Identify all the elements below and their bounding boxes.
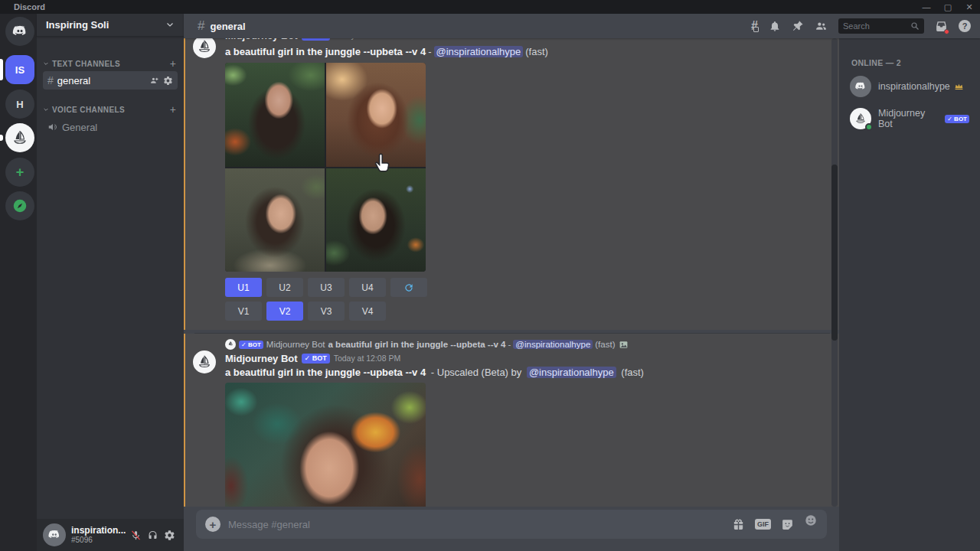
sticker-picker-icon[interactable] [781, 518, 794, 531]
v4-button[interactable]: V4 [349, 302, 386, 321]
grid-image-1[interactable] [225, 63, 325, 167]
bot-badge: ✓ BOT [302, 354, 330, 364]
upscaled-image[interactable] [225, 383, 426, 520]
voice-channels-label: VOICE CHANNELS [52, 106, 170, 114]
voice-channel-label: General [62, 122, 173, 133]
channel-settings-gear-icon[interactable] [163, 76, 173, 86]
upscaled-by-label: - Upscaled (Beta) by [431, 367, 522, 378]
message-header: Midjourney Bot ✓ BOT Today at 12:08 PM [225, 352, 827, 364]
gif-picker-icon[interactable]: GIF [755, 519, 771, 530]
emoji-picker-icon[interactable] [804, 514, 818, 527]
server-icon-inspiring-soli[interactable]: IS [5, 55, 34, 84]
discord-logo-icon [854, 80, 867, 93]
author-name[interactable]: Midjourney Bot [225, 38, 298, 41]
member-list-toggle-icon[interactable] [815, 20, 828, 33]
message-content: a beautiful girl in the junggle --upbeta… [225, 367, 827, 379]
user-settings-gear-icon[interactable] [161, 525, 178, 545]
u2-button[interactable]: U2 [266, 278, 303, 297]
message-header: Midjourney Bot ✓ BOT Today at 12:08 PM [225, 38, 827, 41]
author-name[interactable]: Midjourney Bot [225, 353, 298, 364]
gift-icon[interactable] [732, 518, 745, 531]
threads-icon[interactable]: # [751, 21, 758, 31]
fast-mode-label: (fast) [621, 367, 644, 378]
mention-pill[interactable]: @inspirationalhype [434, 46, 524, 57]
inbox-icon[interactable] [935, 20, 948, 33]
online-count-header: ONLINE — 2 [851, 58, 980, 67]
app-title: Discord [14, 2, 45, 11]
server-name: Inspiring Soli [46, 19, 165, 31]
pinned-messages-icon[interactable] [792, 20, 804, 32]
search-box[interactable] [838, 18, 924, 34]
close-button[interactable]: ✕ [959, 0, 980, 14]
search-input[interactable] [843, 21, 910, 31]
text-channels-section[interactable]: TEXT CHANNELS + [37, 57, 184, 70]
discord-logo-icon [47, 528, 61, 542]
mute-microphone-button[interactable] [127, 525, 144, 545]
member-row-inspirationalhype[interactable]: inspirationalhype [845, 73, 974, 99]
user-avatar[interactable] [43, 523, 66, 546]
maximize-button[interactable]: ▢ [937, 0, 959, 14]
server-header[interactable]: Inspiring Soli [37, 14, 184, 37]
reply-preview: a beautiful girl in the junggle --upbeta… [328, 340, 506, 349]
grid-image-2[interactable] [326, 63, 426, 167]
chevron-down-icon [165, 18, 175, 32]
mention-pill[interactable]: @inspirationalhype [513, 340, 593, 349]
timestamp: Today at 12:08 PM [334, 354, 401, 363]
u1-button[interactable]: U1 [225, 278, 262, 297]
voice-channels-section[interactable]: VOICE CHANNELS + [37, 103, 184, 116]
invite-people-icon[interactable] [149, 76, 159, 86]
create-voice-channel-button[interactable]: + [170, 103, 176, 116]
explore-servers-button[interactable] [5, 191, 34, 220]
grid-image-4[interactable] [326, 168, 426, 272]
user-meta[interactable]: inspiration... #5096 [71, 526, 127, 545]
grid-image-3[interactable] [225, 168, 325, 272]
help-icon[interactable]: ? [959, 20, 971, 32]
midjourney-bot-avatar[interactable] [193, 350, 216, 373]
sailboat-icon [11, 129, 29, 147]
unread-indicator [0, 135, 3, 141]
v2-button[interactable]: V2 [266, 302, 303, 321]
add-server-button[interactable]: + [5, 158, 34, 187]
sailboat-icon [196, 354, 213, 370]
server-icon-h[interactable]: H [5, 90, 34, 119]
minimize-button[interactable]: — [916, 0, 937, 14]
member-avatar [850, 76, 871, 97]
notifications-bell-icon[interactable] [769, 20, 781, 32]
home-button[interactable] [5, 17, 34, 46]
discord-app: IS H + Inspiring Soli [0, 14, 980, 551]
server-rail: IS H + [0, 14, 37, 551]
voice-channel-general[interactable]: General [43, 119, 178, 135]
reply-author[interactable]: Midjourney Bot [266, 340, 325, 349]
create-text-channel-button[interactable]: + [170, 57, 176, 70]
u4-button[interactable]: U4 [349, 278, 386, 297]
reply-reference[interactable]: ✓ BOT Midjourney Bot a beautiful girl in… [225, 338, 827, 350]
v1-button[interactable]: V1 [225, 302, 262, 321]
message-scroller: Midjourney Bot ✓ BOT Today at 12:08 PM a… [184, 38, 839, 551]
v3-button[interactable]: V3 [308, 302, 345, 321]
message-grid: Midjourney Bot ✓ BOT Today at 12:08 PM a… [184, 38, 839, 330]
channel-label: general [57, 75, 149, 86]
mention-pill[interactable]: @inspirationalhype [527, 367, 616, 378]
message-input[interactable] [228, 519, 732, 530]
attach-file-icon[interactable]: + [205, 517, 220, 532]
deafen-button[interactable] [144, 525, 161, 545]
chat-scrollbar-thumb[interactable] [831, 165, 838, 341]
member-row-midjourney-bot[interactable]: Midjourney Bot ✓ BOT [845, 106, 974, 132]
server-icon-midjourney[interactable] [5, 123, 34, 152]
sailboat-icon [196, 38, 213, 55]
message-input-bar[interactable]: + GIF [196, 510, 827, 539]
midjourney-bot-avatar[interactable] [193, 38, 216, 58]
channel-item-general[interactable]: # general [43, 71, 178, 90]
prompt-text: a beautiful girl in the junggle --upbeta… [225, 367, 426, 378]
user-panel: inspiration... #5096 [37, 519, 184, 551]
generated-image-grid[interactable] [225, 63, 426, 272]
u3-button[interactable]: U3 [308, 278, 345, 297]
member-name: inspirationalhype [878, 81, 950, 92]
bot-badge: ✓ BOT [239, 341, 263, 349]
rerun-button[interactable] [390, 278, 427, 297]
messages-column: Midjourney Bot ✓ BOT Today at 12:08 PM a… [184, 38, 839, 551]
search-icon [910, 21, 920, 31]
server-owner-crown-icon [954, 82, 964, 92]
username: inspiration... [71, 526, 127, 536]
variation-button-row: V1 V2 V3 V4 [225, 302, 827, 321]
